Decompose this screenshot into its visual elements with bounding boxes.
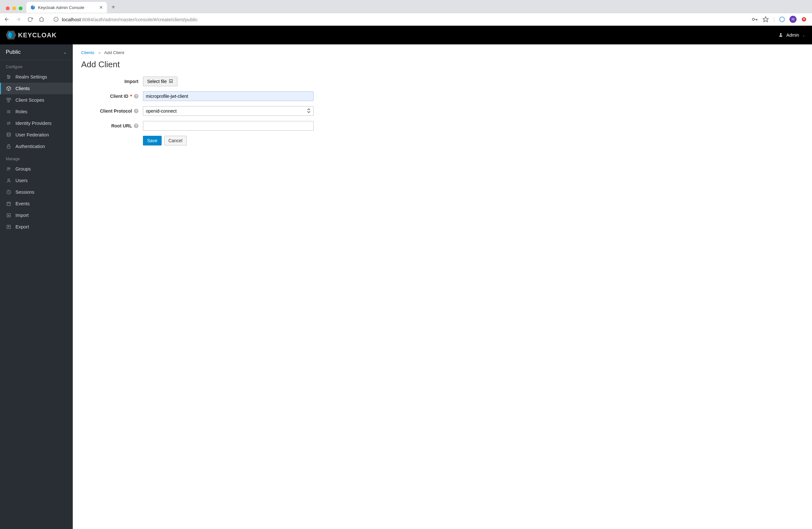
sidebar-item-groups[interactable]: Groups <box>0 163 73 175</box>
sidebar-item-label: Export <box>15 224 29 230</box>
breadcrumb-parent-link[interactable]: Clients <box>81 50 95 55</box>
svg-point-17 <box>9 77 10 77</box>
form-actions: Save Cancel <box>143 136 803 145</box>
address-bar: localhost:8084/auth/admin/master/console… <box>0 13 812 26</box>
url-text: localhost:8084/auth/admin/master/console… <box>62 17 198 22</box>
chevron-down-icon: ⌄ <box>802 33 805 37</box>
realm-name: Public <box>6 49 20 55</box>
sidebar-item-roles[interactable]: Roles <box>0 106 73 117</box>
sidebar-item-label: User Federation <box>15 132 49 137</box>
svg-rect-20 <box>9 98 11 100</box>
page-title: Add Client <box>81 60 803 70</box>
brand-text: KEYCLOAK <box>18 31 57 39</box>
import-file-icon <box>169 79 173 84</box>
client-protocol-select[interactable]: openid-connect <box>143 106 314 116</box>
brand-logo[interactable]: KEYCLOAK <box>6 31 57 40</box>
tab-bar: Keycloak Admin Console ✕ + <box>0 0 812 13</box>
import-label: Import <box>81 79 143 84</box>
nav-home-button[interactable] <box>38 16 45 23</box>
help-icon[interactable]: ? <box>134 123 139 128</box>
user-menu[interactable]: Admin ⌄ <box>777 32 806 38</box>
sidebar-item-export[interactable]: Export <box>0 221 73 233</box>
realm-switcher[interactable]: Public ⌄ <box>0 44 73 60</box>
main-content: Clients » Add Client Add Client Import S… <box>73 44 812 529</box>
sidebar-item-label: Realm Settings <box>15 74 47 79</box>
tab-close-icon[interactable]: ✕ <box>99 5 103 10</box>
sidebar-item-clients[interactable]: Clients <box>0 83 73 94</box>
sliders-icon <box>6 74 12 80</box>
sidebar-item-label: Sessions <box>15 190 34 195</box>
sidebar-item-users[interactable]: Users <box>0 175 73 186</box>
browser-tab[interactable]: Keycloak Admin Console ✕ <box>26 2 107 13</box>
sidebar-item-label: Clients <box>15 86 30 91</box>
password-key-icon[interactable] <box>752 16 758 23</box>
svg-point-7 <box>780 17 785 22</box>
nav-reload-button[interactable] <box>26 16 33 23</box>
sidebar-item-realm-settings[interactable]: Realm Settings <box>0 71 73 83</box>
user-icon <box>6 178 12 183</box>
svg-point-25 <box>7 133 11 134</box>
sidebar-item-import[interactable]: Import <box>0 209 73 221</box>
site-info-icon[interactable] <box>53 16 59 23</box>
sidebar-item-user-federation[interactable]: User Federation <box>0 129 73 141</box>
sidebar: Public ⌄ Configure Realm Settings Client… <box>0 44 73 529</box>
help-icon[interactable]: ? <box>134 109 139 113</box>
user-icon <box>779 32 783 38</box>
svg-point-5 <box>752 18 755 20</box>
sidebar-item-label: Users <box>15 178 28 183</box>
import-icon <box>6 212 12 218</box>
cube-icon <box>6 86 12 91</box>
client-id-input[interactable] <box>143 91 314 101</box>
breadcrumb-separator: » <box>98 50 101 55</box>
svg-point-28 <box>9 168 10 168</box>
svg-rect-21 <box>8 100 9 102</box>
sidebar-item-label: Import <box>15 213 29 218</box>
sidebar-item-client-scopes[interactable]: Client Scopes <box>0 94 73 106</box>
save-button[interactable]: Save <box>143 136 162 145</box>
svg-point-18 <box>8 78 9 79</box>
users-icon <box>6 166 12 172</box>
url-path: :8084/auth/admin/master/console/#/create… <box>81 17 198 22</box>
window-zoom-icon[interactable] <box>19 6 23 10</box>
nav-back-button[interactable] <box>3 16 10 23</box>
cancel-button[interactable]: Cancel <box>164 136 187 145</box>
clock-icon <box>6 189 12 195</box>
new-tab-button[interactable]: + <box>107 3 120 13</box>
nav-forward-button[interactable] <box>15 16 22 23</box>
sidebar-item-events[interactable]: Events <box>0 198 73 209</box>
bookmark-star-icon[interactable] <box>763 16 769 23</box>
help-icon[interactable]: ? <box>134 94 139 99</box>
sidebar-item-label: Client Scopes <box>15 98 44 103</box>
root-url-input[interactable] <box>143 121 314 131</box>
window-minimize-icon[interactable] <box>12 6 16 10</box>
exchange-icon <box>6 120 12 126</box>
database-icon <box>6 132 12 138</box>
url-host: localhost <box>62 17 81 22</box>
sidebar-item-authentication[interactable]: Authentication <box>0 141 73 152</box>
svg-point-27 <box>8 167 9 168</box>
breadcrumb-current: Add Client <box>104 50 124 55</box>
address-input[interactable]: localhost:8084/auth/admin/master/console… <box>49 15 747 24</box>
profile-avatar[interactable]: H <box>789 16 797 23</box>
extension-icon[interactable] <box>779 16 785 22</box>
svg-point-29 <box>8 179 9 180</box>
svg-rect-19 <box>7 98 9 100</box>
svg-point-12 <box>780 33 782 35</box>
tab-title: Keycloak Admin Console <box>38 5 84 10</box>
sidebar-section-configure: Configure <box>0 60 73 71</box>
select-file-button[interactable]: Select file <box>143 77 177 86</box>
sidebar-item-identity-providers[interactable]: Identity Providers <box>0 117 73 129</box>
app-body: Public ⌄ Configure Realm Settings Client… <box>0 44 812 529</box>
sidebar-item-label: Events <box>15 201 30 206</box>
svg-marker-6 <box>763 17 769 22</box>
window-close-icon[interactable] <box>6 6 10 10</box>
export-icon <box>6 224 12 230</box>
svg-rect-26 <box>7 146 10 148</box>
calendar-icon <box>6 201 12 207</box>
sidebar-item-sessions[interactable]: Sessions <box>0 186 73 198</box>
extension-icon-2[interactable] <box>801 16 807 22</box>
app-header: KEYCLOAK Admin ⌄ <box>0 26 812 44</box>
cubes-icon <box>6 97 12 103</box>
client-id-label: Client ID * ? <box>81 94 143 99</box>
window-controls <box>3 6 26 13</box>
